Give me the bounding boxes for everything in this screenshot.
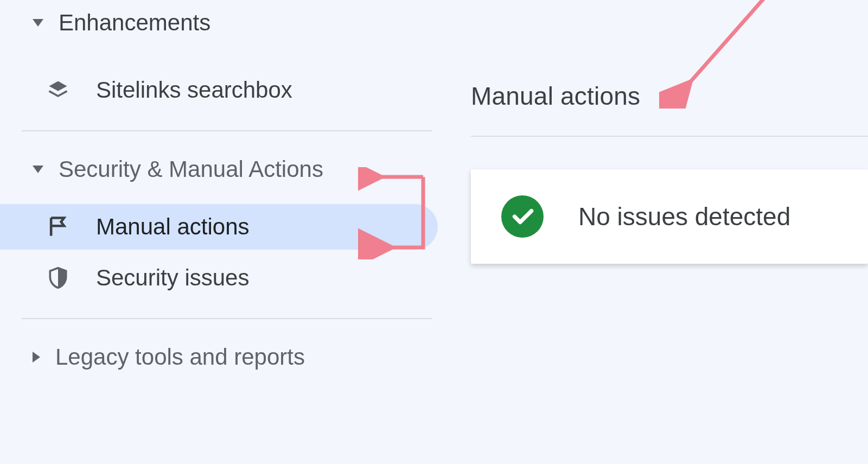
shield-icon — [46, 266, 70, 290]
caret-down-icon — [33, 166, 43, 173]
section-label: Enhancements — [59, 10, 210, 36]
status-text: No issues detected — [578, 202, 790, 231]
nav-label: Security issues — [96, 265, 249, 291]
divider — [22, 130, 432, 131]
main-content: Manual actions No issues detected — [448, 0, 868, 464]
section-security-manual-actions[interactable]: Security & Manual Actions — [0, 147, 448, 192]
section-legacy-tools[interactable]: Legacy tools and reports — [0, 334, 448, 380]
divider — [22, 318, 432, 319]
sidebar: Enhancements Sitelinks searchbox Securit… — [0, 0, 448, 464]
check-circle-icon — [501, 195, 544, 238]
layers-icon — [46, 78, 70, 102]
nav-label: Sitelinks searchbox — [96, 77, 292, 103]
flag-icon — [46, 215, 70, 239]
section-label: Legacy tools and reports — [55, 344, 305, 370]
section-label: Security & Manual Actions — [59, 156, 323, 182]
nav-security-issues[interactable]: Security issues — [0, 255, 438, 301]
nav-sitelinks-searchbox[interactable]: Sitelinks searchbox — [0, 67, 438, 113]
status-card: No issues detected — [471, 169, 868, 264]
nav-manual-actions[interactable]: Manual actions — [0, 204, 438, 250]
page-title: Manual actions — [471, 81, 868, 111]
section-enhancements[interactable]: Enhancements — [0, 0, 448, 46]
divider — [471, 136, 868, 137]
nav-label: Manual actions — [96, 214, 250, 240]
caret-right-icon — [33, 352, 40, 363]
caret-down-icon — [33, 19, 43, 27]
